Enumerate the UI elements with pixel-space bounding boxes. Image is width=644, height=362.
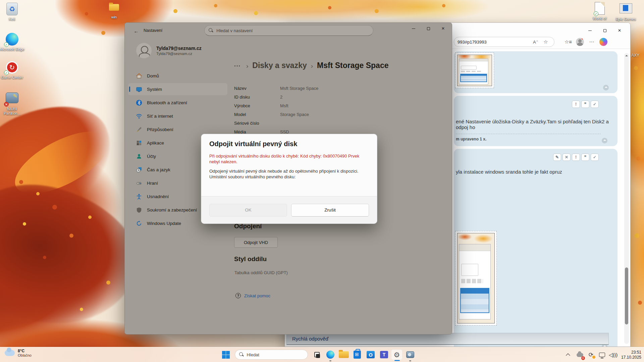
- browser-minimize-button[interactable]: [583, 25, 597, 36]
- disconnect-vhd-dialog: Odpojit virtuální pevný disk Při odpojov…: [201, 134, 377, 224]
- update-sync-tray-icon[interactable]: ⟳: [587, 351, 595, 359]
- screenshot-image: [457, 55, 492, 86]
- desktop-icon-world-of[interactable]: ✓ World of: [587, 2, 612, 21]
- task-view-button[interactable]: [311, 349, 323, 360]
- desktop-icon-label-fragment: AXY: [631, 53, 639, 58]
- minimize-icon: [588, 31, 592, 31]
- folder-icon: [109, 4, 119, 11]
- quick-reply-bar[interactable]: Rychlá odpověď: [286, 333, 609, 345]
- start-button[interactable]: [222, 351, 230, 359]
- shortcut-check-badge: ✓: [4, 42, 9, 47]
- copilot-icon[interactable]: [599, 38, 607, 46]
- browser-close-button[interactable]: ✕: [612, 25, 627, 36]
- notification-dot: [581, 38, 584, 40]
- delete-icon: ✕: [565, 155, 568, 160]
- post-text: ené Nastavenie úložiska-Disky a Zväzky.T…: [456, 119, 618, 130]
- forum-post: [454, 51, 618, 93]
- ethernet-icon: [599, 353, 605, 357]
- report-post-button[interactable]: !: [572, 101, 580, 108]
- quote-icon: ❞: [584, 102, 586, 107]
- microsoft-store-icon: [354, 351, 361, 359]
- taskbar-search-input[interactable]: [247, 352, 304, 357]
- active-indicator: [394, 360, 400, 361]
- taskbar-settings-button[interactable]: ⚙: [391, 349, 402, 360]
- settings-window: ← Nastavení ✕ Tylda79@seznam.cz Tylda79@…: [124, 22, 452, 335]
- dialog-title: Odpojit virtuální pevný disk: [209, 140, 369, 148]
- maximize-icon: [603, 29, 606, 32]
- desktop-icon-win-folder[interactable]: win: [101, 2, 127, 19]
- post-separator: [456, 134, 601, 134]
- file-explorer-icon: [339, 351, 349, 358]
- desktop-icon-edge[interactable]: ✓ Microsoft Edge: [0, 33, 25, 52]
- volume-tray-icon[interactable]: ◁))): [609, 351, 618, 359]
- taskbar-outlook-button[interactable]: O: [365, 349, 376, 360]
- report-post-button[interactable]: !: [572, 154, 580, 161]
- taskbar-file-explorer-button[interactable]: [338, 349, 350, 360]
- desktop-icon-game-center[interactable]: ✓ Game Center: [0, 61, 25, 80]
- post-screenshot-thumbnail[interactable]: [455, 53, 494, 88]
- running-indicator: [409, 360, 411, 361]
- browser-address-bar[interactable]: 993#p1793993 A⌃ ☆: [454, 37, 554, 47]
- dialog-error-text: Při odpojování virtuálního disku došlo k…: [209, 153, 370, 165]
- taskbar-store-button[interactable]: [352, 349, 363, 360]
- bookmark-star-icon[interactable]: ☆: [541, 37, 551, 47]
- outlook-icon: O: [367, 351, 375, 358]
- scroll-up-icon: [625, 55, 628, 56]
- weather-widget[interactable]: 8°C Oblačno: [5, 349, 32, 357]
- browser-scrollbar[interactable]: [624, 53, 629, 344]
- delete-post-button[interactable]: ✕: [562, 154, 571, 161]
- dialog-footer: OK Zrušit: [201, 196, 377, 224]
- desktop-icon-niubi-partition[interactable]: ✕ NIUBI Partition...: [0, 91, 25, 116]
- tray-chevron-button[interactable]: [565, 351, 573, 359]
- approve-post-button[interactable]: ✓: [591, 154, 599, 161]
- onedrive-tray-icon[interactable]: ✕: [576, 351, 584, 359]
- report-icon: !: [575, 155, 577, 160]
- report-icon: !: [575, 102, 577, 107]
- chevron-up-icon: [566, 353, 570, 358]
- teams-icon: T: [380, 351, 388, 358]
- collapse-post-button[interactable]: [602, 138, 607, 143]
- weather-condition: Oblačno: [18, 353, 32, 357]
- scrollbar-thumb[interactable]: [625, 267, 628, 324]
- search-icon: [239, 352, 243, 357]
- quote-post-button[interactable]: ❞: [581, 154, 589, 161]
- windows-logo-icon: [222, 351, 226, 355]
- task-view-icon: [316, 354, 320, 358]
- ok-button[interactable]: OK: [209, 204, 287, 217]
- quote-post-button[interactable]: ❞: [581, 101, 589, 108]
- niubi-partition-icon: [6, 93, 18, 103]
- edit-post-button[interactable]: ✎: [553, 154, 561, 161]
- taskbar: 8°C Oblačno O T ⚙ ✕ ⟳ ◁))) 23:51 17.10.2…: [0, 347, 644, 362]
- desktop-icon-recycle-bin[interactable]: ♻ Koš: [0, 3, 25, 21]
- cancel-button[interactable]: Zrušit: [291, 204, 369, 217]
- browser-profile-avatar[interactable]: [576, 38, 584, 46]
- browser-maximize-button[interactable]: [597, 25, 612, 36]
- shortcut-check-badge: ✓: [594, 11, 598, 16]
- running-indicator: [329, 360, 331, 361]
- weather-temp: 8°C: [18, 349, 32, 353]
- collapse-post-button[interactable]: [603, 85, 609, 90]
- wallpaper-splatter: [0, 0, 2, 2]
- taskbar-clock[interactable]: 23:51 17.10.2025: [621, 350, 641, 360]
- speaker-icon: ◁))): [609, 352, 618, 358]
- taskbar-teams-button[interactable]: T: [378, 349, 390, 360]
- approve-post-button[interactable]: ✓: [591, 101, 599, 108]
- taskbar-search[interactable]: [235, 350, 308, 360]
- gear-icon: ⚙: [394, 351, 400, 358]
- shortcut-check-badge: ✓: [4, 70, 9, 75]
- forum-post: ✎ ✕ ! ❞ ✓ yla instalace windows sranda t…: [454, 149, 618, 347]
- network-tray-icon[interactable]: [598, 351, 606, 359]
- taskbar-edge-button[interactable]: [325, 349, 336, 360]
- read-aloud-icon[interactable]: A⌃: [531, 37, 541, 47]
- browser-menu-icon[interactable]: ⋯: [587, 37, 597, 47]
- windows-logo-icon: [222, 355, 226, 359]
- post-screenshot-thumbnail[interactable]: [455, 231, 497, 325]
- error-badge: ✕: [581, 356, 585, 360]
- taskbar-disk-tool-button[interactable]: [405, 349, 416, 360]
- close-icon: ✕: [618, 28, 621, 33]
- desktop: AXY ♻ Koš ✓ Microsoft Edge ✓ Game Center…: [0, 0, 644, 362]
- desktop-icon-epic-games[interactable]: Epic Games: [613, 2, 639, 21]
- post-text: yla instalace windows sranda tohle je fa…: [456, 169, 562, 175]
- favorites-list-icon[interactable]: ☆≡: [563, 37, 573, 47]
- check-icon: ✓: [593, 102, 596, 107]
